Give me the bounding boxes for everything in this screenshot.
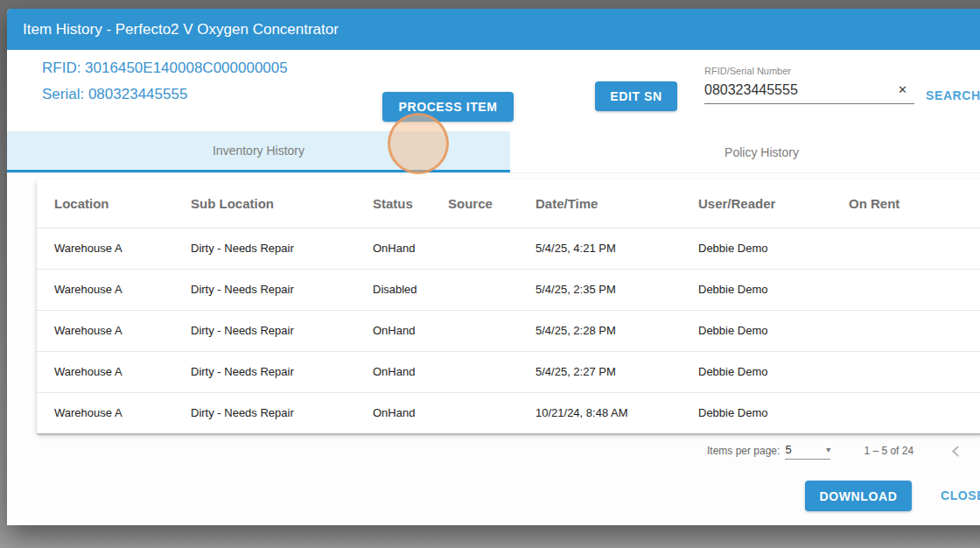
table-cell: Dirty - Needs Repair	[191, 310, 373, 351]
edit-sn-button[interactable]: EDIT SN	[595, 81, 677, 111]
table-row: Warehouse ADirty - Needs RepairOnHand5/4…	[37, 228, 980, 269]
table-cell: Warehouse A	[37, 269, 191, 310]
close-button[interactable]: CLOSE	[941, 488, 980, 502]
items-per-page-label: Items per page:	[707, 445, 780, 457]
table-cell: OnHand	[373, 310, 448, 351]
table-cell: 10/21/24, 8:48 AM	[536, 392, 698, 433]
dialog-title: Item History - Perfecto2 V Oxygen Concen…	[7, 9, 980, 50]
rfid-serial-field-label: RFID/Serial Number	[704, 66, 914, 76]
table-cell: Debbie Demo	[698, 392, 849, 433]
rfid-serial-input[interactable]	[704, 80, 888, 103]
table-cell: Debbie Demo	[698, 228, 849, 269]
table-cell: Dirty - Needs Repair	[191, 228, 373, 269]
paginator: Items per page: 5 ▾ 1 – 5 of 24	[707, 439, 962, 463]
column-header-datetime: Date/Time	[536, 179, 698, 228]
tab-inventory-history-label: Inventory History	[213, 144, 304, 158]
table-cell: Debbie Demo	[698, 269, 849, 310]
previous-page-button[interactable]	[952, 446, 963, 457]
history-table: Location Sub Location Status Source Date…	[37, 179, 980, 433]
table-row: Warehouse ADirty - Needs RepairDisabled5…	[37, 269, 980, 310]
table-cell: OnHand	[373, 228, 448, 269]
tab-inventory-history[interactable]: Inventory History	[7, 131, 510, 172]
table-body: Warehouse ADirty - Needs RepairOnHand5/4…	[37, 228, 980, 433]
rfid-serial-field: RFID/Serial Number ✕	[704, 66, 914, 104]
table-cell: Debbie Demo	[698, 310, 849, 351]
dropdown-caret-icon: ▾	[826, 445, 830, 454]
table-cell: Dirty - Needs Repair	[191, 269, 373, 310]
column-header-source: Source	[448, 179, 536, 228]
download-button[interactable]: DOWNLOAD	[805, 481, 912, 511]
table-cell	[448, 392, 536, 433]
table-cell: Disabled	[373, 269, 448, 310]
table-cell	[849, 351, 980, 392]
column-header-status: Status	[373, 179, 448, 228]
table-row: Warehouse ADirty - Needs RepairOnHand5/4…	[37, 351, 980, 392]
table-cell	[849, 310, 980, 351]
table-cell: OnHand	[373, 351, 448, 392]
table-cell	[849, 392, 980, 433]
column-header-sublocation: Sub Location	[191, 179, 373, 228]
table-cell	[448, 228, 536, 269]
column-header-onrent: On Rent	[849, 179, 980, 228]
page-range-label: 1 – 5 of 24	[864, 445, 914, 457]
table-cell: Warehouse A	[37, 310, 191, 351]
table-row: Warehouse ADirty - Needs RepairOnHand5/4…	[37, 310, 980, 351]
column-header-userreader: User/Reader	[698, 179, 849, 228]
table-cell: Warehouse A	[37, 228, 191, 269]
table-cell	[849, 228, 980, 269]
item-history-dialog: Item History - Perfecto2 V Oxygen Concen…	[7, 9, 980, 525]
tab-bar: Inventory History Policy History	[7, 131, 980, 173]
item-info-section: RFID: 3016450E140008C000000005 Serial: 0…	[7, 50, 980, 131]
table-cell: OnHand	[373, 392, 448, 433]
table-cell	[849, 269, 980, 310]
table-cell: Warehouse A	[37, 392, 191, 433]
table-cell	[448, 351, 536, 392]
rfid-value: RFID: 3016450E140008C000000005	[42, 60, 288, 77]
table-cell: 5/4/25, 2:35 PM	[536, 269, 698, 310]
table-row: Warehouse ADirty - Needs RepairOnHand10/…	[37, 392, 980, 433]
table-cell: 5/4/25, 2:28 PM	[536, 310, 698, 351]
page-size-value: 5	[785, 443, 791, 456]
table-cell	[448, 269, 536, 310]
column-header-location: Location	[37, 179, 191, 228]
tab-policy-history-label: Policy History	[724, 145, 799, 159]
table-header-row: Location Sub Location Status Source Date…	[37, 179, 980, 228]
table-cell: 5/4/25, 2:27 PM	[536, 351, 698, 392]
table-cell: Dirty - Needs Repair	[191, 392, 373, 433]
table-cell: 5/4/25, 4:21 PM	[536, 228, 698, 269]
page-size-select[interactable]: 5 ▾	[785, 443, 830, 460]
clear-icon[interactable]: ✕	[898, 83, 907, 97]
inventory-history-panel: Location Sub Location Status Source Date…	[7, 173, 980, 525]
table-cell: Debbie Demo	[698, 351, 849, 392]
table-cell: Dirty - Needs Repair	[191, 351, 373, 392]
history-table-card: Location Sub Location Status Source Date…	[37, 179, 980, 433]
tab-policy-history[interactable]: Policy History	[510, 131, 980, 172]
table-cell	[448, 310, 536, 351]
process-item-button[interactable]: PROCESS ITEM	[382, 92, 514, 122]
serial-value: Serial: 080323445555	[42, 86, 187, 103]
table-cell: Warehouse A	[37, 351, 191, 392]
search-button[interactable]: SEARCH	[926, 88, 980, 102]
